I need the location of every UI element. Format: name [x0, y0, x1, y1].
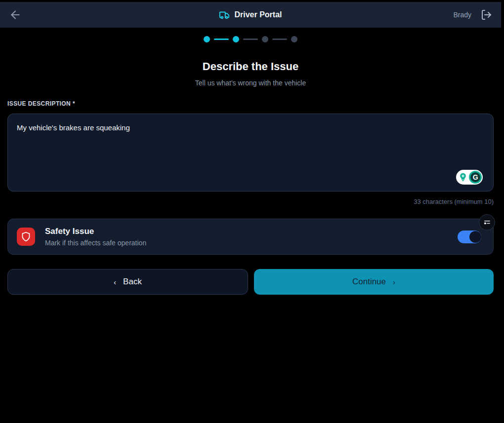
- arrow-left-icon: [9, 8, 22, 21]
- back-button[interactable]: ‹ Back: [7, 269, 248, 295]
- header-right-group: Brady: [453, 9, 492, 21]
- continue-button[interactable]: Continue ›: [254, 269, 494, 295]
- safety-issue-title: Safety Issue: [45, 227, 146, 236]
- header-back-button[interactable]: [9, 8, 22, 21]
- app-title: Driver Portal: [234, 10, 282, 19]
- form-autofill-icon: [482, 218, 492, 227]
- step-dot: [262, 36, 268, 42]
- textarea-wrapper: My vehicle's brakes are squeaking G: [7, 114, 494, 193]
- main-content: ISSUE DESCRIPTION * My vehicle's brakes …: [0, 100, 501, 295]
- continue-button-label: Continue: [352, 277, 386, 287]
- page-title: Describe the Issue: [0, 60, 501, 73]
- back-button-label: Back: [123, 277, 142, 287]
- toggle-knob: [469, 231, 481, 243]
- suggestion-bulb-icon[interactable]: [457, 171, 468, 183]
- grammarly-g-icon[interactable]: G: [469, 171, 482, 184]
- form-autofill-button[interactable]: [479, 214, 495, 231]
- progress-stepper: [0, 36, 501, 42]
- step-connector: [214, 38, 229, 40]
- safety-issue-subtitle: Mark if this affects safe operation: [45, 239, 146, 247]
- step-connector: [243, 38, 258, 40]
- user-name: Brady: [453, 11, 471, 19]
- issue-description-label: ISSUE DESCRIPTION *: [7, 100, 494, 107]
- chevron-right-icon: ›: [393, 278, 395, 286]
- page-subtitle: Tell us what's wrong with the vehicle: [0, 79, 501, 87]
- step-dot: [291, 36, 297, 42]
- safety-issue-toggle[interactable]: [458, 231, 481, 243]
- header-title-group: Driver Portal: [0, 9, 501, 20]
- shield-icon: [21, 231, 31, 242]
- app-header: Driver Portal Brady: [0, 2, 501, 28]
- logout-icon: [480, 9, 492, 21]
- chevron-left-icon: ‹: [114, 278, 116, 286]
- logout-button[interactable]: [480, 9, 492, 21]
- grammarly-widget[interactable]: G: [456, 170, 483, 185]
- issue-description-input[interactable]: My vehicle's brakes are squeaking: [7, 114, 494, 192]
- safety-text-group: Safety Issue Mark if this affects safe o…: [45, 227, 146, 247]
- shield-badge: [17, 228, 35, 246]
- truck-icon: [219, 9, 230, 20]
- step-dot: [204, 36, 210, 42]
- step-connector: [272, 38, 287, 40]
- step-dot: [233, 36, 239, 42]
- character-counter: 33 characters (minimum 10): [7, 198, 494, 205]
- footer-button-row: ‹ Back Continue ›: [7, 269, 494, 295]
- safety-issue-card: Safety Issue Mark if this affects safe o…: [7, 219, 494, 255]
- driver-portal-app: Driver Portal Brady Describe the Issue T…: [0, 2, 501, 423]
